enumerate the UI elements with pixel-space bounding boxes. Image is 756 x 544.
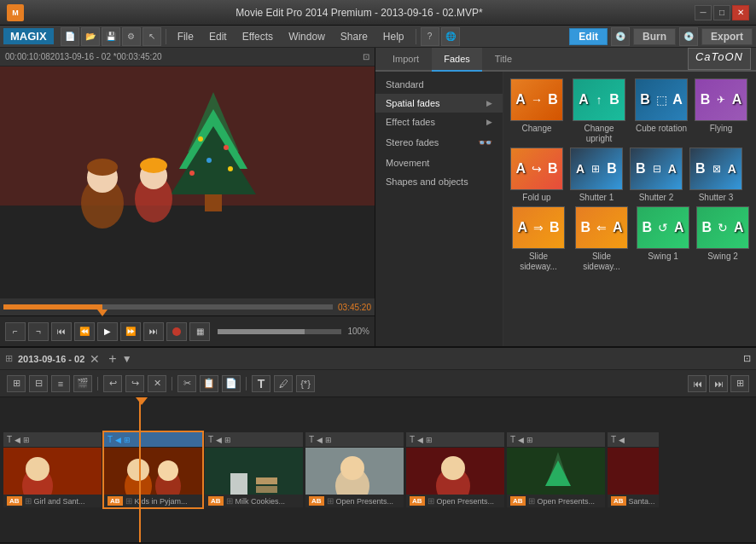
prev-frame-button[interactable]: ⏪ bbox=[74, 322, 95, 341]
tl-multitrack-btn[interactable]: ⊟ bbox=[29, 375, 48, 392]
edit-button[interactable]: Edit bbox=[569, 28, 608, 45]
clip-nav-icon-2: ◀ bbox=[115, 436, 121, 444]
mark-in-button[interactable]: ⌐ bbox=[5, 322, 26, 341]
tab-fades[interactable]: Fades bbox=[432, 48, 482, 72]
svg-rect-6 bbox=[205, 194, 222, 211]
record-button[interactable] bbox=[166, 322, 187, 341]
effect-slide1-thumb: A⇒B bbox=[512, 206, 565, 249]
effect-swing-2[interactable]: B↻A Swing 2 bbox=[696, 206, 749, 272]
tl-delete-btn[interactable]: ✕ bbox=[148, 375, 166, 392]
clip-film-icon: ⊞ bbox=[25, 496, 32, 506]
effect-shutter-3[interactable]: B⊠A Shutter 3 bbox=[689, 148, 742, 203]
effect-slide-2[interactable]: B⇐A Slide sideway... bbox=[573, 206, 630, 272]
timeline-add[interactable]: + bbox=[108, 351, 116, 367]
burn-button[interactable]: Burn bbox=[633, 28, 676, 45]
timeline-expand-icon[interactable]: ⊡ bbox=[743, 353, 751, 364]
maximize-button[interactable]: □ bbox=[713, 5, 730, 20]
new-icon[interactable]: 📄 bbox=[61, 27, 79, 46]
effect-swing-1[interactable]: B↺A Swing 1 bbox=[637, 206, 689, 272]
text-icon: T bbox=[7, 435, 12, 444]
effect-standard[interactable]: Standard bbox=[375, 75, 503, 94]
tl-list-btn[interactable]: ≡ bbox=[51, 375, 70, 392]
effect-stereo-fades[interactable]: Stereo fades 👓 bbox=[375, 131, 503, 153]
help-icon[interactable]: ? bbox=[421, 27, 439, 46]
clip-open-presents-3[interactable]: T ◀ ⊞ AB ⊞ Open Presents... bbox=[507, 432, 605, 507]
tl-text-btn[interactable]: T bbox=[252, 375, 270, 392]
close-button[interactable]: ✕ bbox=[732, 5, 749, 20]
skip-forward-button[interactable]: ⏭ bbox=[143, 322, 164, 341]
play-button[interactable]: ▶ bbox=[97, 322, 118, 341]
preview-scrubber[interactable]: 03:45:20 bbox=[0, 298, 375, 315]
timeline-close[interactable]: ✕ bbox=[90, 352, 100, 366]
catoon-logo[interactable]: CaToON bbox=[688, 48, 751, 70]
save-icon[interactable]: 💾 bbox=[102, 27, 120, 46]
clip-7-header: T ◀ bbox=[608, 432, 659, 448]
effect-shutter-2[interactable]: B⊟A Shutter 2 bbox=[630, 148, 683, 203]
effect-change-upright[interactable]: A↑B Change upright bbox=[570, 78, 628, 144]
tl-paste-btn[interactable]: 📄 bbox=[222, 375, 241, 392]
scrubber-bar[interactable] bbox=[3, 304, 333, 310]
tab-import[interactable]: Import bbox=[381, 48, 431, 72]
effect-slide-1[interactable]: A⇒B Slide sideway... bbox=[510, 206, 567, 272]
clip-santa[interactable]: T ◀ AB Santa... bbox=[608, 432, 659, 507]
tl-view-btn[interactable]: ⊞ bbox=[7, 375, 26, 392]
tl-redo-btn[interactable]: ↪ bbox=[125, 375, 144, 392]
open-icon[interactable]: 📂 bbox=[81, 27, 100, 46]
tl-prev-btn[interactable]: ⏮ bbox=[688, 375, 707, 392]
tl-grid-btn[interactable]: ⊞ bbox=[730, 375, 749, 392]
effect-flying[interactable]: B✈A Flying bbox=[695, 78, 747, 144]
effect-cube-rotation[interactable]: B⬚A Cube rotation bbox=[635, 78, 688, 144]
effect-change[interactable]: A→B Change bbox=[510, 78, 563, 144]
export-disc-icon[interactable]: 💿 bbox=[679, 27, 698, 46]
tl-undo-btn[interactable]: ↩ bbox=[103, 375, 122, 392]
timeline-view-icon: ⊞ bbox=[5, 353, 13, 364]
menu-edit[interactable]: Edit bbox=[202, 29, 234, 44]
mark-out-button[interactable]: ¬ bbox=[28, 322, 49, 341]
skip-back-button[interactable]: ⏮ bbox=[51, 322, 72, 341]
effect-fold-up[interactable]: A↪B Fold up bbox=[510, 148, 563, 203]
clip-milk-cookies[interactable]: T ◀ ⊞ AB ⊞ Milk Cookies... bbox=[205, 432, 303, 507]
menu-help[interactable]: Help bbox=[376, 29, 411, 44]
svg-point-25 bbox=[158, 460, 178, 481]
clip-kids-pyjama[interactable]: T ◀ ⊞ AB ⊞ Kids in Pyjam... bbox=[104, 432, 202, 507]
tl-clip-btn[interactable]: 🎬 bbox=[73, 375, 92, 392]
misc-button[interactable]: ▦ bbox=[189, 322, 210, 341]
effect-swing1-thumb: B↺A bbox=[637, 206, 689, 249]
clip-girl-santa[interactable]: T ◀ ⊞ AB ⊞ Girl and Sant... bbox=[3, 432, 102, 507]
preview-expand-icon[interactable]: ⊡ bbox=[363, 52, 369, 61]
timeline-dropdown[interactable]: ▼ bbox=[122, 353, 132, 365]
effects-row-3: A⇒B Slide sideway... B⇐A Slide sideway..… bbox=[510, 206, 749, 272]
title-bar: M Movie Edit Pro 2014 Premium - 2013-09-… bbox=[0, 0, 756, 26]
settings-icon[interactable]: ⚙ bbox=[122, 27, 141, 46]
burn-disc-icon[interactable]: 💿 bbox=[611, 27, 630, 46]
clip-4-label-row: AB ⊞ Open Presents... bbox=[305, 495, 404, 507]
tl-brush-btn[interactable]: 🖊 bbox=[274, 375, 293, 392]
menu-window[interactable]: Window bbox=[282, 29, 332, 44]
clip-open-presents-1[interactable]: T ◀ ⊞ AB ⊞ Open Presents... bbox=[305, 432, 404, 507]
tl-cut-btn[interactable]: ✂ bbox=[177, 375, 196, 392]
menu-share[interactable]: Share bbox=[334, 29, 375, 44]
tab-title[interactable]: Title bbox=[483, 48, 524, 72]
separator-1 bbox=[166, 29, 166, 44]
pointer-icon[interactable]: ↖ bbox=[142, 27, 161, 46]
next-frame-button[interactable]: ⏩ bbox=[120, 322, 141, 341]
minimize-button[interactable]: ─ bbox=[695, 5, 712, 20]
tl-fx-btn[interactable]: {*} bbox=[296, 375, 315, 392]
online-icon[interactable]: 🌐 bbox=[441, 27, 460, 46]
effect-movement[interactable]: Movement bbox=[375, 153, 503, 172]
menu-effects[interactable]: Effects bbox=[236, 29, 280, 44]
effect-spatial-fades[interactable]: Spatial fades ▶ bbox=[375, 94, 503, 113]
clip-open-presents-2[interactable]: T ◀ ⊞ AB ⊞ Open Presents... bbox=[406, 432, 504, 507]
effect-shutter-1[interactable]: A⊞B Shutter 1 bbox=[570, 148, 623, 203]
effects-panel: Import Fades Title CaToON Standard Spati… bbox=[375, 48, 756, 346]
tl-next-btn[interactable]: ⏭ bbox=[709, 375, 728, 392]
effect-shapes-objects[interactable]: Shapes and objects bbox=[375, 172, 503, 191]
volume-slider[interactable] bbox=[218, 329, 341, 334]
menu-file[interactable]: File bbox=[171, 29, 201, 44]
tl-copy-btn[interactable]: 📋 bbox=[200, 375, 218, 392]
effect-effect-fades[interactable]: Effect fades ▶ bbox=[375, 113, 503, 131]
clip-5-name: Open Presents... bbox=[437, 497, 495, 506]
svg-point-9 bbox=[206, 158, 212, 163]
effect-shutter1-thumb: A⊞B bbox=[570, 148, 623, 190]
export-button[interactable]: Export bbox=[701, 28, 753, 45]
